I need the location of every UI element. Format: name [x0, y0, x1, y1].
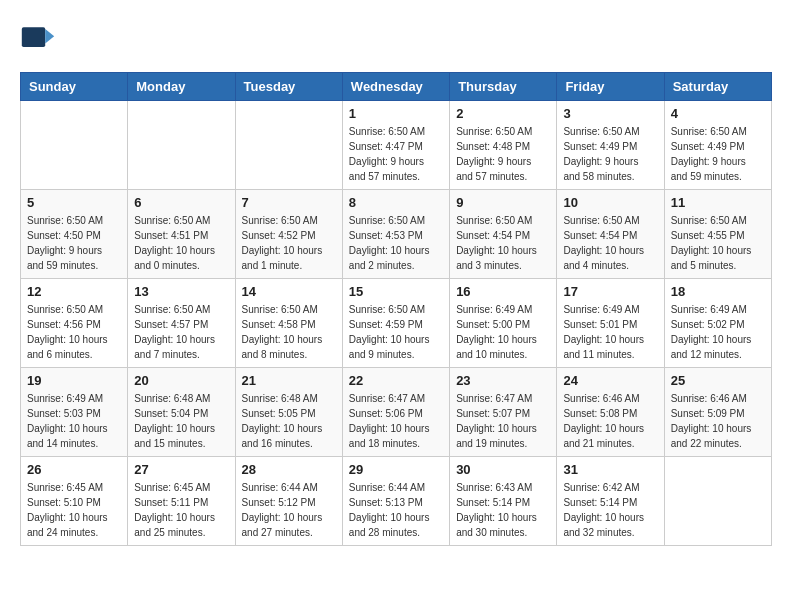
svg-marker-1 [45, 29, 54, 43]
day-info: Sunrise: 6:50 AM Sunset: 4:52 PM Dayligh… [242, 213, 336, 273]
calendar-day: 4Sunrise: 6:50 AM Sunset: 4:49 PM Daylig… [664, 101, 771, 190]
calendar-week-3: 12Sunrise: 6:50 AM Sunset: 4:56 PM Dayli… [21, 279, 772, 368]
page-header [20, 20, 772, 56]
column-header-tuesday: Tuesday [235, 73, 342, 101]
day-info: Sunrise: 6:46 AM Sunset: 5:09 PM Dayligh… [671, 391, 765, 451]
day-number: 15 [349, 284, 443, 299]
day-number: 24 [563, 373, 657, 388]
svg-rect-0 [22, 27, 45, 47]
day-number: 3 [563, 106, 657, 121]
day-info: Sunrise: 6:42 AM Sunset: 5:14 PM Dayligh… [563, 480, 657, 540]
calendar-day: 11Sunrise: 6:50 AM Sunset: 4:55 PM Dayli… [664, 190, 771, 279]
day-number: 16 [456, 284, 550, 299]
day-info: Sunrise: 6:50 AM Sunset: 4:54 PM Dayligh… [456, 213, 550, 273]
day-number: 12 [27, 284, 121, 299]
column-header-saturday: Saturday [664, 73, 771, 101]
day-number: 8 [349, 195, 443, 210]
calendar-day: 19Sunrise: 6:49 AM Sunset: 5:03 PM Dayli… [21, 368, 128, 457]
day-number: 13 [134, 284, 228, 299]
calendar-day: 15Sunrise: 6:50 AM Sunset: 4:59 PM Dayli… [342, 279, 449, 368]
calendar-week-1: 1Sunrise: 6:50 AM Sunset: 4:47 PM Daylig… [21, 101, 772, 190]
day-info: Sunrise: 6:49 AM Sunset: 5:01 PM Dayligh… [563, 302, 657, 362]
day-info: Sunrise: 6:47 AM Sunset: 5:07 PM Dayligh… [456, 391, 550, 451]
calendar-day: 25Sunrise: 6:46 AM Sunset: 5:09 PM Dayli… [664, 368, 771, 457]
day-number: 17 [563, 284, 657, 299]
day-info: Sunrise: 6:49 AM Sunset: 5:03 PM Dayligh… [27, 391, 121, 451]
day-info: Sunrise: 6:50 AM Sunset: 4:48 PM Dayligh… [456, 124, 550, 184]
day-info: Sunrise: 6:48 AM Sunset: 5:04 PM Dayligh… [134, 391, 228, 451]
day-info: Sunrise: 6:46 AM Sunset: 5:08 PM Dayligh… [563, 391, 657, 451]
day-number: 1 [349, 106, 443, 121]
day-info: Sunrise: 6:50 AM Sunset: 4:54 PM Dayligh… [563, 213, 657, 273]
day-info: Sunrise: 6:50 AM Sunset: 4:49 PM Dayligh… [671, 124, 765, 184]
calendar-day [21, 101, 128, 190]
logo-icon [20, 20, 56, 56]
day-number: 28 [242, 462, 336, 477]
calendar-day: 13Sunrise: 6:50 AM Sunset: 4:57 PM Dayli… [128, 279, 235, 368]
day-info: Sunrise: 6:50 AM Sunset: 4:53 PM Dayligh… [349, 213, 443, 273]
day-number: 9 [456, 195, 550, 210]
day-number: 25 [671, 373, 765, 388]
day-info: Sunrise: 6:44 AM Sunset: 5:13 PM Dayligh… [349, 480, 443, 540]
column-header-sunday: Sunday [21, 73, 128, 101]
calendar-day: 1Sunrise: 6:50 AM Sunset: 4:47 PM Daylig… [342, 101, 449, 190]
day-info: Sunrise: 6:48 AM Sunset: 5:05 PM Dayligh… [242, 391, 336, 451]
day-number: 19 [27, 373, 121, 388]
calendar-day: 27Sunrise: 6:45 AM Sunset: 5:11 PM Dayli… [128, 457, 235, 546]
day-info: Sunrise: 6:49 AM Sunset: 5:00 PM Dayligh… [456, 302, 550, 362]
calendar-day [235, 101, 342, 190]
column-header-friday: Friday [557, 73, 664, 101]
column-header-thursday: Thursday [450, 73, 557, 101]
day-number: 18 [671, 284, 765, 299]
day-number: 7 [242, 195, 336, 210]
day-number: 14 [242, 284, 336, 299]
day-info: Sunrise: 6:45 AM Sunset: 5:10 PM Dayligh… [27, 480, 121, 540]
calendar-day: 7Sunrise: 6:50 AM Sunset: 4:52 PM Daylig… [235, 190, 342, 279]
day-number: 31 [563, 462, 657, 477]
calendar-day [664, 457, 771, 546]
calendar-day: 28Sunrise: 6:44 AM Sunset: 5:12 PM Dayli… [235, 457, 342, 546]
day-number: 2 [456, 106, 550, 121]
day-info: Sunrise: 6:49 AM Sunset: 5:02 PM Dayligh… [671, 302, 765, 362]
day-info: Sunrise: 6:45 AM Sunset: 5:11 PM Dayligh… [134, 480, 228, 540]
day-number: 4 [671, 106, 765, 121]
calendar-day: 10Sunrise: 6:50 AM Sunset: 4:54 PM Dayli… [557, 190, 664, 279]
day-number: 20 [134, 373, 228, 388]
day-info: Sunrise: 6:47 AM Sunset: 5:06 PM Dayligh… [349, 391, 443, 451]
calendar-day: 23Sunrise: 6:47 AM Sunset: 5:07 PM Dayli… [450, 368, 557, 457]
day-info: Sunrise: 6:50 AM Sunset: 4:49 PM Dayligh… [563, 124, 657, 184]
logo [20, 20, 60, 56]
column-header-wednesday: Wednesday [342, 73, 449, 101]
day-info: Sunrise: 6:50 AM Sunset: 4:58 PM Dayligh… [242, 302, 336, 362]
day-info: Sunrise: 6:50 AM Sunset: 4:56 PM Dayligh… [27, 302, 121, 362]
calendar-day: 5Sunrise: 6:50 AM Sunset: 4:50 PM Daylig… [21, 190, 128, 279]
day-number: 23 [456, 373, 550, 388]
calendar-day: 18Sunrise: 6:49 AM Sunset: 5:02 PM Dayli… [664, 279, 771, 368]
calendar-week-5: 26Sunrise: 6:45 AM Sunset: 5:10 PM Dayli… [21, 457, 772, 546]
day-info: Sunrise: 6:50 AM Sunset: 4:57 PM Dayligh… [134, 302, 228, 362]
calendar-day: 31Sunrise: 6:42 AM Sunset: 5:14 PM Dayli… [557, 457, 664, 546]
calendar-day: 14Sunrise: 6:50 AM Sunset: 4:58 PM Dayli… [235, 279, 342, 368]
calendar-day: 8Sunrise: 6:50 AM Sunset: 4:53 PM Daylig… [342, 190, 449, 279]
calendar-day: 26Sunrise: 6:45 AM Sunset: 5:10 PM Dayli… [21, 457, 128, 546]
day-number: 10 [563, 195, 657, 210]
day-number: 27 [134, 462, 228, 477]
calendar-day: 2Sunrise: 6:50 AM Sunset: 4:48 PM Daylig… [450, 101, 557, 190]
calendar-day: 21Sunrise: 6:48 AM Sunset: 5:05 PM Dayli… [235, 368, 342, 457]
day-number: 30 [456, 462, 550, 477]
calendar-day: 17Sunrise: 6:49 AM Sunset: 5:01 PM Dayli… [557, 279, 664, 368]
calendar-day: 20Sunrise: 6:48 AM Sunset: 5:04 PM Dayli… [128, 368, 235, 457]
day-number: 5 [27, 195, 121, 210]
day-info: Sunrise: 6:50 AM Sunset: 4:51 PM Dayligh… [134, 213, 228, 273]
calendar-week-4: 19Sunrise: 6:49 AM Sunset: 5:03 PM Dayli… [21, 368, 772, 457]
calendar-day [128, 101, 235, 190]
column-header-monday: Monday [128, 73, 235, 101]
day-info: Sunrise: 6:50 AM Sunset: 4:50 PM Dayligh… [27, 213, 121, 273]
day-number: 29 [349, 462, 443, 477]
day-number: 26 [27, 462, 121, 477]
day-info: Sunrise: 6:44 AM Sunset: 5:12 PM Dayligh… [242, 480, 336, 540]
day-info: Sunrise: 6:50 AM Sunset: 4:55 PM Dayligh… [671, 213, 765, 273]
day-number: 11 [671, 195, 765, 210]
day-number: 21 [242, 373, 336, 388]
calendar-day: 22Sunrise: 6:47 AM Sunset: 5:06 PM Dayli… [342, 368, 449, 457]
